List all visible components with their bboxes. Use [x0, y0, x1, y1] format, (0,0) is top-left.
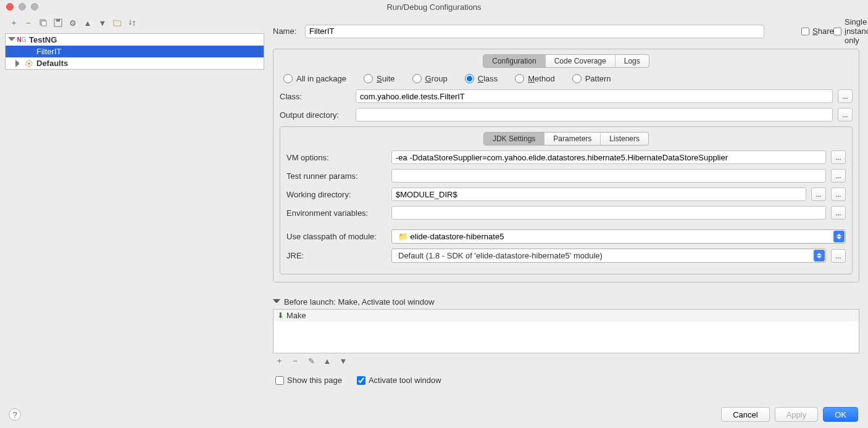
radio-group[interactable]: Group: [412, 74, 448, 83]
classpath-label: Use classpath of module:: [286, 232, 386, 241]
jre-label: JRE:: [286, 251, 386, 260]
sidebar-toolbar: ＋ − ⚙ ▲ ▼: [0, 14, 264, 32]
vm-expand-button[interactable]: ...: [831, 150, 846, 164]
window-title: Run/Debug Configurations: [0, 2, 868, 12]
radio-suite[interactable]: Suite: [364, 74, 395, 83]
before-launch-list[interactable]: ⬇ Make: [273, 309, 859, 353]
make-icon: ⬇: [277, 311, 284, 320]
single-instance-checkbox[interactable]: Single instance only: [833, 17, 859, 45]
share-checkbox[interactable]: Share: [801, 27, 827, 36]
sort-icon[interactable]: [127, 18, 137, 28]
apply-button[interactable]: Apply: [775, 407, 819, 422]
help-button[interactable]: ?: [9, 408, 21, 421]
working-dir-label: Working directory:: [286, 190, 386, 199]
class-input[interactable]: [356, 89, 833, 103]
radio-method[interactable]: Method: [515, 74, 554, 83]
tab-listeners[interactable]: Listeners: [601, 133, 648, 145]
move-down-icon[interactable]: ▼: [98, 18, 107, 28]
runner-expand-button[interactable]: ...: [831, 169, 846, 183]
chevron-right-icon[interactable]: [15, 60, 23, 67]
env-vars-input[interactable]: [391, 206, 826, 220]
class-browse-button[interactable]: ...: [838, 89, 853, 103]
tree-node-filterit[interactable]: FilterIT: [6, 46, 264, 57]
jdk-settings-panel: JDK Settings Parameters Listeners VM opt…: [280, 126, 853, 274]
save-icon[interactable]: [53, 18, 63, 28]
move-up-icon[interactable]: ▲: [83, 18, 93, 28]
list-item[interactable]: ⬇ Make: [273, 310, 859, 321]
tab-code-coverage[interactable]: Code Coverage: [546, 55, 616, 67]
name-label: Name:: [273, 27, 299, 36]
tree-node-defaults[interactable]: Defaults: [6, 57, 264, 69]
runner-params-input[interactable]: [391, 169, 826, 183]
edit-icon[interactable]: ✎: [306, 356, 316, 366]
add-icon[interactable]: ＋: [274, 356, 284, 366]
test-kind-radiogroup: All in package Suite Group Class Method …: [283, 74, 853, 83]
copy-icon[interactable]: [38, 18, 48, 28]
output-dir-input[interactable]: [356, 108, 833, 121]
working-dir-browse-button[interactable]: ...: [831, 187, 846, 201]
remove-icon[interactable]: −: [290, 356, 300, 366]
before-launch-header[interactable]: Before launch: Make, Activate tool windo…: [273, 297, 859, 307]
tree-node-testng[interactable]: NG TestNG: [6, 34, 264, 46]
vm-options-label: VM options:: [286, 153, 386, 162]
svg-rect-3: [56, 19, 60, 22]
name-input[interactable]: [305, 25, 764, 38]
output-dir-browse-button[interactable]: ...: [838, 108, 853, 121]
inner-tabbar[interactable]: JDK Settings Parameters Listeners: [483, 132, 649, 146]
testng-icon: NG: [17, 36, 27, 44]
tab-logs[interactable]: Logs: [616, 55, 649, 67]
remove-icon[interactable]: −: [23, 18, 33, 28]
tab-parameters[interactable]: Parameters: [545, 133, 601, 145]
chevron-down-icon[interactable]: [273, 299, 280, 307]
svg-rect-1: [41, 21, 46, 26]
titlebar: Run/Debug Configurations: [0, 0, 868, 14]
dialog-footer: ? Cancel Apply OK: [0, 401, 868, 428]
move-down-icon[interactable]: ▼: [338, 356, 348, 366]
ok-button[interactable]: OK: [823, 407, 858, 422]
configuration-tree[interactable]: NG TestNG FilterIT Defaults: [5, 33, 264, 70]
classpath-select[interactable]: 📁 elide-datastore-hibernate5: [391, 229, 846, 244]
show-this-page-checkbox[interactable]: Show this page: [275, 376, 342, 385]
main-tabbar[interactable]: Configuration Code Coverage Logs: [483, 54, 649, 68]
jre-select[interactable]: Default (1.8 - SDK of 'elide-datastore-h…: [391, 249, 826, 263]
class-label: Class:: [280, 92, 351, 101]
env-vars-label: Environment variables:: [286, 208, 386, 218]
activate-tool-window-checkbox[interactable]: Activate tool window: [357, 376, 441, 385]
tab-configuration[interactable]: Configuration: [483, 55, 545, 67]
env-vars-browse-button[interactable]: ...: [831, 206, 846, 220]
vm-options-input[interactable]: [391, 150, 826, 164]
cancel-button[interactable]: Cancel: [721, 407, 769, 422]
chevron-down-icon[interactable]: [8, 37, 15, 44]
working-dir-input[interactable]: [391, 187, 806, 201]
defaults-icon: [24, 59, 34, 68]
configuration-panel: Configuration Code Coverage Logs All in …: [273, 49, 859, 282]
jre-browse-button[interactable]: ...: [831, 249, 846, 263]
add-icon[interactable]: ＋: [9, 18, 19, 28]
move-up-icon[interactable]: ▲: [322, 356, 332, 366]
runner-params-label: Test runner params:: [286, 171, 386, 181]
radio-all-in-package[interactable]: All in package: [283, 74, 346, 83]
svg-point-5: [28, 62, 30, 65]
folder-icon[interactable]: [112, 18, 122, 28]
settings-icon[interactable]: ⚙: [68, 18, 78, 28]
working-dir-insert-button[interactable]: ...: [811, 187, 826, 201]
radio-pattern[interactable]: Pattern: [572, 74, 611, 83]
output-dir-label: Output directory:: [280, 110, 351, 120]
radio-class[interactable]: Class: [465, 74, 498, 83]
tab-jdk-settings[interactable]: JDK Settings: [484, 133, 545, 145]
